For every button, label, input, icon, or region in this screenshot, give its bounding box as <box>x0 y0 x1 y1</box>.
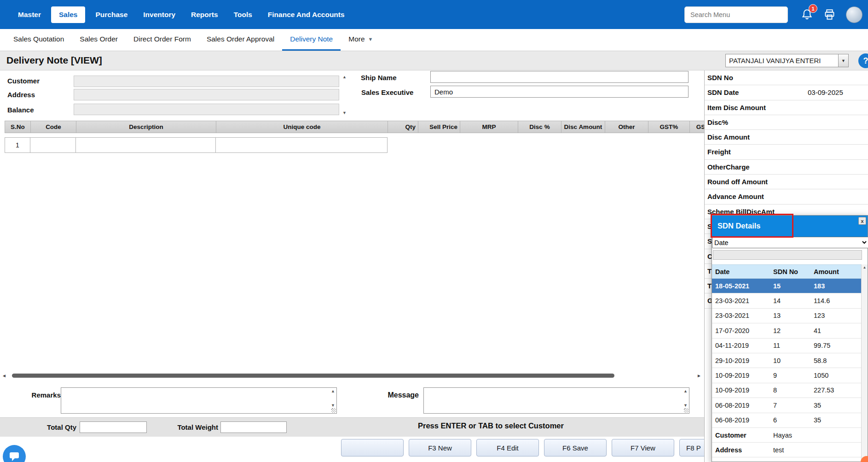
sdn-row[interactable]: 04-11-2019 11 99.75 <box>712 339 862 353</box>
tab-sales-order[interactable]: Sales Order <box>72 29 126 51</box>
column-header-amount[interactable]: Amount <box>810 265 862 278</box>
column-header[interactable]: Other <box>605 121 648 133</box>
total-weight-field[interactable] <box>220 421 287 433</box>
column-header[interactable]: GS <box>690 121 704 133</box>
address-label: Address <box>7 91 35 99</box>
sdn-row[interactable]: 06-08-2019 6 35 <box>712 413 862 428</box>
total-qty-field[interactable] <box>80 421 147 433</box>
sdn-table-body: 18-05-2021 15 183 23-03-2021 14 114.6 23… <box>712 279 862 428</box>
column-header[interactable]: S.No <box>5 121 31 133</box>
sdn-row[interactable]: 23-03-2021 14 114.6 <box>712 293 862 308</box>
f4-edit-button[interactable]: F4 Edit <box>476 439 539 456</box>
sdn-row[interactable]: 18-05-2021 15 183 <box>712 279 862 293</box>
column-header[interactable]: Disc Amount <box>561 121 605 133</box>
print-button[interactable] <box>823 8 836 21</box>
help-button[interactable]: ? <box>858 53 868 68</box>
nav-master[interactable]: Master <box>10 6 49 23</box>
scroll-up-arrow[interactable]: ▲ <box>862 265 868 269</box>
customer-field[interactable] <box>74 76 339 87</box>
sdn-row[interactable]: 10-09-2019 9 1050 <box>712 368 862 383</box>
column-header[interactable]: Disc % <box>518 121 561 133</box>
panel-label: OtherCharge <box>707 163 750 171</box>
nav-inventory[interactable]: Inventory <box>135 6 183 23</box>
column-header[interactable]: MRP <box>460 121 518 133</box>
nav-reports[interactable]: Reports <box>183 6 226 23</box>
popup-header[interactable]: SDN Details x <box>712 216 868 237</box>
notifications-button[interactable]: 1 <box>801 8 813 21</box>
customer-label: Customer <box>7 77 40 85</box>
panel-label: Advance Amount <box>707 193 764 200</box>
blank-button[interactable] <box>341 439 404 456</box>
sdn-details-popup: SDN Details x Date Date SDN No Amount 18… <box>712 215 868 462</box>
nav-finance-and-accounts[interactable]: Finance And Accounts <box>260 6 353 23</box>
scroll-down-arrow[interactable]: ▼ <box>342 111 347 115</box>
panel-label: T <box>707 282 712 290</box>
tab-delivery-note[interactable]: Delivery Note <box>282 29 341 51</box>
column-header[interactable]: Sell Price <box>418 121 460 133</box>
code-cell[interactable] <box>30 137 76 153</box>
column-header[interactable]: Unique code <box>216 121 388 133</box>
column-header-sdn-no[interactable]: SDN No <box>770 265 810 278</box>
description-cell[interactable] <box>76 137 216 153</box>
sdn-row[interactable]: 10-09-2019 8 227.53 <box>712 383 862 398</box>
f7-view-button[interactable]: F7 View <box>612 439 674 456</box>
sdn-sort-select[interactable]: Date <box>712 237 868 248</box>
scroll-up-arrow[interactable]: ▲ <box>331 389 335 393</box>
date-cell: 10-09-2019 <box>712 383 770 398</box>
company-selector[interactable]: PATANJALI VANIJYA ENTERI ▼ <box>725 54 849 67</box>
column-header[interactable]: Description <box>76 121 216 133</box>
vertical-scrollbar[interactable]: ▲ ▼ <box>861 264 868 462</box>
unique-code-cell[interactable] <box>216 137 388 153</box>
f6-save-button[interactable]: F6 Save <box>544 439 607 456</box>
date-cell: 06-08-2019 <box>712 413 770 427</box>
sdn-filter-input[interactable] <box>713 250 862 260</box>
close-icon[interactable]: x <box>858 217 866 225</box>
sdn-row[interactable]: 06-08-2019 7 35 <box>712 398 862 413</box>
tab-sales-quotation[interactable]: Sales Quotation <box>6 29 72 51</box>
scroll-up-arrow[interactable]: ▲ <box>342 75 347 79</box>
address-field[interactable] <box>74 89 339 100</box>
tab-sales-order-approval[interactable]: Sales Order Approval <box>199 29 282 51</box>
column-header[interactable]: GST% <box>648 121 690 133</box>
scroll-thumb[interactable] <box>12 374 614 378</box>
sales-sub-navigation: Sales Quotation Sales Order Direct Order… <box>0 29 868 51</box>
date-cell: 23-03-2021 <box>712 309 770 323</box>
scroll-up-arrow[interactable]: ▲ <box>683 389 688 393</box>
nav-sales[interactable]: Sales <box>51 6 86 23</box>
sno-cell: 1 <box>5 137 30 153</box>
nav-tools[interactable]: Tools <box>226 6 260 23</box>
message-textarea[interactable]: ▲ ▼ <box>423 387 689 414</box>
sdn-row[interactable]: 23-03-2021 13 123 <box>712 309 862 323</box>
avatar[interactable] <box>846 6 862 23</box>
resize-grip[interactable] <box>684 408 689 413</box>
sales-executive-field[interactable] <box>430 86 689 98</box>
tab-more[interactable]: More ▼ <box>341 29 381 51</box>
tab-direct-order-form[interactable]: Direct Order Form <box>126 29 199 51</box>
sdn-no-cell: 8 <box>770 383 810 398</box>
f3-new-button[interactable]: F3 New <box>409 439 471 456</box>
nav-purchase[interactable]: Purchase <box>87 6 135 23</box>
sdn-row[interactable]: 17-07-2020 12 41 <box>712 323 862 338</box>
f8-print-button[interactable]: F8 P <box>679 439 704 456</box>
search-menu-input[interactable] <box>684 6 788 23</box>
amount-cell: 123 <box>810 309 862 323</box>
resize-grip[interactable] <box>331 408 336 413</box>
panel-row-freight: Freight <box>705 145 868 159</box>
sdn-no-cell: 11 <box>770 339 810 353</box>
balance-field[interactable] <box>74 104 339 115</box>
scroll-down-arrow[interactable]: ▼ <box>331 404 335 408</box>
column-header[interactable]: Code <box>31 121 76 133</box>
ship-name-field[interactable] <box>430 71 689 83</box>
column-header-date[interactable]: Date <box>712 265 770 278</box>
horizontal-scrollbar[interactable]: ◄ ► <box>0 372 704 379</box>
items-table-row[interactable]: 1 <box>5 137 388 153</box>
chevron-down-icon[interactable]: ▼ <box>838 54 848 67</box>
remarks-textarea[interactable]: ▲ ▼ <box>61 387 337 414</box>
column-header[interactable]: Qty <box>388 121 418 133</box>
scroll-left-arrow[interactable]: ◄ <box>2 373 6 378</box>
panel-label: SDN No <box>707 74 733 82</box>
scroll-right-arrow[interactable]: ► <box>697 373 701 378</box>
chevron-down-icon: ▼ <box>368 36 373 42</box>
scroll-down-arrow[interactable]: ▼ <box>683 404 688 408</box>
sdn-row[interactable]: 29-10-2019 10 58.8 <box>712 353 862 368</box>
